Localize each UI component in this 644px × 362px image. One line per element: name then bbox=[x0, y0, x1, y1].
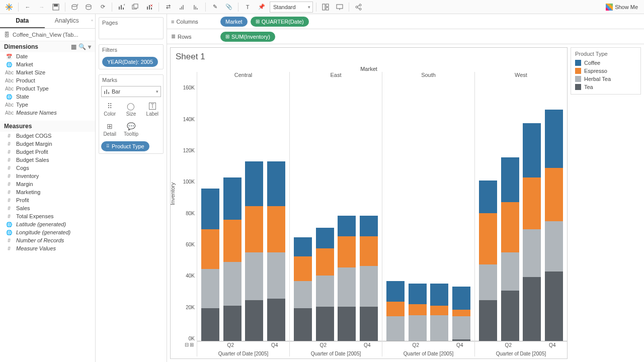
seg-espresso[interactable] bbox=[294, 256, 312, 281]
seg-tea[interactable] bbox=[267, 299, 285, 341]
rows-shelf[interactable]: ≣Rows ⊞SUM(Inventory) bbox=[167, 29, 644, 44]
back-icon[interactable]: ← bbox=[22, 2, 34, 13]
seg-coffee[interactable] bbox=[501, 157, 519, 202]
seg-herbal-tea[interactable] bbox=[316, 276, 334, 307]
seg-herbal-tea[interactable] bbox=[223, 262, 242, 306]
bar-q1[interactable] bbox=[386, 281, 405, 341]
sort-asc-icon[interactable] bbox=[176, 2, 188, 13]
seg-coffee[interactable] bbox=[201, 189, 219, 229]
field-market-size[interactable]: AbcMarket Size bbox=[0, 68, 95, 76]
legend-item-espresso[interactable]: Espresso bbox=[575, 67, 636, 75]
save-icon[interactable] bbox=[50, 2, 62, 13]
bar-q1[interactable] bbox=[201, 189, 219, 341]
seg-coffee[interactable] bbox=[223, 177, 242, 220]
filter-pill-year[interactable]: YEAR(Date): 2005 bbox=[102, 57, 158, 67]
expand-collapse[interactable]: ⊟⊞ bbox=[185, 342, 194, 347]
field-cogs[interactable]: #Cogs bbox=[0, 164, 95, 172]
seg-tea[interactable] bbox=[338, 307, 356, 341]
mark-cell-tooltip[interactable]: 💬Tooltip bbox=[120, 119, 141, 139]
bar-q4[interactable] bbox=[267, 161, 285, 341]
clear-icon[interactable] bbox=[143, 2, 155, 13]
seg-espresso[interactable] bbox=[245, 206, 263, 252]
bar-q1[interactable] bbox=[294, 237, 312, 341]
seg-herbal-tea[interactable] bbox=[386, 316, 405, 341]
field-budget-profit[interactable]: #Budget Profit bbox=[0, 148, 95, 156]
seg-herbal-tea[interactable] bbox=[360, 266, 378, 307]
field-market[interactable]: 🌐Market bbox=[0, 60, 95, 68]
mark-type-select[interactable]: Bar bbox=[101, 86, 161, 97]
pill-sum-inventory-[interactable]: ⊞SUM(Inventory) bbox=[220, 32, 275, 42]
seg-espresso[interactable] bbox=[452, 310, 470, 317]
seg-herbal-tea[interactable] bbox=[501, 252, 519, 291]
swap-icon[interactable]: ⇄ bbox=[162, 2, 174, 13]
seg-herbal-tea[interactable] bbox=[545, 221, 563, 272]
mark-cell-detail[interactable]: ⊞Detail bbox=[99, 119, 120, 139]
bars-area[interactable] bbox=[475, 81, 567, 341]
seg-espresso[interactable] bbox=[479, 213, 497, 265]
field-product[interactable]: AbcProduct bbox=[0, 76, 95, 84]
bar-q3[interactable] bbox=[523, 123, 541, 341]
fit-select[interactable]: Standard bbox=[270, 2, 313, 13]
columns-shelf[interactable]: ≡Columns Market⊞QUARTER(Date) bbox=[167, 14, 644, 29]
seg-espresso[interactable] bbox=[501, 202, 519, 252]
bar-q2[interactable] bbox=[409, 284, 427, 341]
seg-espresso[interactable] bbox=[316, 248, 334, 276]
seg-coffee[interactable] bbox=[360, 216, 378, 236]
field-date[interactable]: 📅Date bbox=[0, 52, 95, 60]
seg-herbal-tea[interactable] bbox=[338, 267, 356, 307]
bar-q3[interactable] bbox=[430, 284, 448, 341]
seg-espresso[interactable] bbox=[338, 236, 356, 267]
seg-tea[interactable] bbox=[501, 291, 519, 341]
sheet-title[interactable]: Sheet 1 bbox=[171, 48, 567, 66]
seg-coffee[interactable] bbox=[452, 287, 470, 310]
field-state[interactable]: 🌐State bbox=[0, 93, 95, 101]
legend-item-herbal-tea[interactable]: Herbal Tea bbox=[575, 75, 636, 83]
seg-herbal-tea[interactable] bbox=[430, 315, 448, 341]
field-latitude-generated-[interactable]: 🌐Latitude (generated) bbox=[0, 220, 95, 228]
seg-coffee[interactable] bbox=[545, 110, 563, 168]
field-total-expenses[interactable]: #Total Expenses bbox=[0, 212, 95, 220]
field-type[interactable]: AbcType bbox=[0, 101, 95, 109]
seg-espresso[interactable] bbox=[201, 229, 219, 268]
search-icon[interactable]: 🔍 bbox=[78, 43, 86, 50]
seg-herbal-tea[interactable] bbox=[479, 264, 497, 300]
cards-icon[interactable] bbox=[319, 2, 332, 13]
tab-analytics[interactable]: Analytics bbox=[45, 14, 90, 28]
text-label-icon[interactable]: T bbox=[242, 2, 254, 13]
dimensions-menu-icon[interactable]: ▾ bbox=[88, 43, 91, 50]
seg-coffee[interactable] bbox=[409, 284, 427, 304]
seg-espresso[interactable] bbox=[223, 220, 242, 262]
seg-coffee[interactable] bbox=[316, 228, 334, 248]
presentation-icon[interactable] bbox=[334, 2, 346, 13]
pause-updates-icon[interactable] bbox=[83, 2, 95, 13]
seg-espresso[interactable] bbox=[523, 177, 541, 229]
field-longitude-generated-[interactable]: 🌐Longitude (generated) bbox=[0, 228, 95, 236]
field-sales[interactable]: #Sales bbox=[0, 204, 95, 212]
seg-tea[interactable] bbox=[294, 308, 312, 341]
field-profit[interactable]: #Profit bbox=[0, 196, 95, 204]
seg-herbal-tea[interactable] bbox=[523, 229, 541, 277]
bar-q4[interactable] bbox=[545, 110, 563, 341]
seg-tea[interactable] bbox=[360, 307, 378, 341]
seg-herbal-tea[interactable] bbox=[201, 269, 219, 308]
forward-icon[interactable]: → bbox=[36, 2, 48, 13]
seg-tea[interactable] bbox=[479, 300, 497, 341]
seg-espresso[interactable] bbox=[360, 236, 378, 266]
seg-herbal-tea[interactable] bbox=[245, 252, 263, 300]
seg-espresso[interactable] bbox=[409, 304, 427, 315]
legend-item-tea[interactable]: Tea bbox=[575, 83, 636, 91]
field-budget-cogs[interactable]: #Budget COGS bbox=[0, 132, 95, 140]
bar-q4[interactable] bbox=[452, 287, 470, 341]
seg-tea[interactable] bbox=[223, 306, 242, 341]
seg-coffee[interactable] bbox=[430, 284, 448, 305]
pill-market[interactable]: Market bbox=[220, 17, 248, 27]
bar-q2[interactable] bbox=[223, 177, 242, 341]
share-icon[interactable] bbox=[352, 2, 364, 13]
pin-icon[interactable]: 📌 bbox=[256, 2, 268, 13]
refresh-icon[interactable]: ⟳ bbox=[97, 2, 109, 13]
mark-cell-label[interactable]: 🅃Label bbox=[142, 99, 163, 119]
pill-quarter-date-[interactable]: ⊞QUARTER(Date) bbox=[251, 17, 309, 27]
show-me-button[interactable]: Show Me bbox=[603, 4, 641, 11]
legend-item-coffee[interactable]: Coffee bbox=[575, 59, 636, 67]
seg-tea[interactable] bbox=[452, 339, 470, 341]
